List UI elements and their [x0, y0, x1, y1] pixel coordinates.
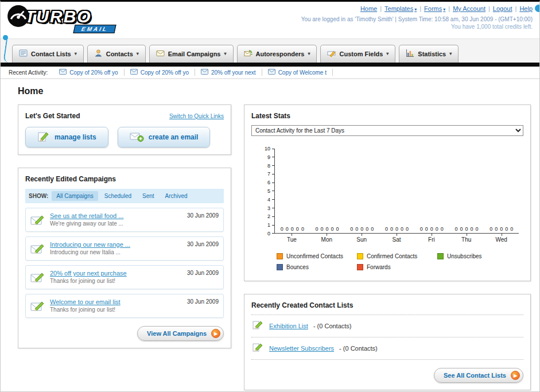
chart-value-label: 0 [360, 226, 363, 232]
corner-decoration [535, 5, 540, 12]
chart-value-label: 0 [460, 226, 463, 232]
campaign-title-link[interactable]: Introducing our new range ... [50, 241, 130, 248]
nav-tab-custom-fields[interactable]: Custom Fields ▾ [320, 45, 395, 63]
top-link-help[interactable]: Help [512, 5, 533, 12]
nav-tab-statistics[interactable]: Statistics ▾ [399, 45, 459, 63]
recent-activity-item[interactable]: Copy of 20% off yo [125, 69, 195, 76]
campaign-row[interactable]: See us at the retail food ... We're givi… [25, 208, 224, 232]
campaign-title-link[interactable]: See us at the retail food ... [50, 212, 123, 219]
switch-quick-links-link[interactable]: Switch to Quick Links [169, 113, 224, 119]
chart-value-label: 0 [425, 226, 428, 232]
campaign-row[interactable]: Introducing our new range ... Introducin… [25, 236, 224, 261]
chart-value-label: 0 [291, 226, 294, 232]
campaign-date: 30 Jun 2009 [187, 270, 219, 276]
chart-value-label: 0 [441, 226, 444, 232]
chart-value-group: 00000 [310, 226, 345, 232]
campaign-subtitle: Thanks for joining our list! [50, 306, 121, 313]
recent-activity-item[interactable]: 20% off your next [195, 69, 262, 76]
chart-value-group: 00000 [344, 226, 379, 232]
chart-value-group: 00000 [379, 226, 414, 232]
legend-swatch [357, 264, 363, 270]
speedometer-icon [6, 4, 30, 29]
tab-archived[interactable]: Archived [161, 191, 192, 201]
contact-lists-icon [19, 49, 28, 59]
nav-tab-contacts[interactable]: Contacts ▾ [87, 45, 146, 63]
chart-value-group: 00000 [414, 226, 449, 232]
arrow-right-icon: ▶ [511, 371, 520, 380]
campaign-title-link[interactable]: Welcome to our email list [50, 298, 121, 305]
chart-value-group: 00000 [275, 226, 310, 232]
recent-activity-item[interactable]: Copy of Welcome t [262, 69, 333, 76]
view-all-campaigns-button[interactable]: View All Campaigns ▶ [137, 326, 224, 341]
chart-value-label: 0 [355, 226, 358, 232]
chart-value-label: 0 [401, 226, 403, 232]
chart-value-label: 0 [336, 226, 339, 232]
recent-campaigns-title: Recently Edited Campaigns [25, 175, 224, 183]
campaign-title-link[interactable]: 20% off your next purchase [50, 270, 127, 277]
x-axis-label: Mon [309, 234, 344, 243]
header-right: HomeTemplates▾Forms▾My AccountLogoutHelp… [301, 5, 533, 30]
nav-tab-contact-lists[interactable]: Contact Lists ▾ [12, 45, 84, 63]
envelope-icon [268, 69, 275, 76]
chart-value-label: 0 [505, 226, 508, 232]
x-axis-label: Thu [449, 234, 484, 243]
chart-value-label: 0 [296, 226, 299, 232]
tab-sent[interactable]: Sent [138, 191, 159, 201]
contacts-icon [94, 49, 103, 59]
see-all-contact-lists-button[interactable]: See All Contact Lists ▶ [434, 368, 523, 383]
chart-value-group: 00000 [484, 226, 519, 232]
contact-list-row[interactable]: Newsletter Subscribers - (0 Contacts) [251, 337, 523, 360]
tab-scheduled[interactable]: Scheduled [100, 191, 136, 201]
top-link-my-account[interactable]: My Account [445, 5, 485, 12]
tab-all-campaigns[interactable]: All Campaigns [52, 191, 98, 201]
nav-tab-autoresponders[interactable]: Autoresponders ▾ [237, 45, 317, 63]
legend-label: Bounces [286, 264, 309, 270]
contact-list-row[interactable]: Exhibition List - (0 Contacts) [251, 315, 523, 337]
campaign-row[interactable]: Welcome to our email list Thanks for joi… [25, 294, 224, 318]
nav-tab-email-campaigns[interactable]: Email Campaigns ▾ [149, 45, 234, 63]
contact-list-link[interactable]: Exhibition List [269, 323, 308, 329]
logo-text: TURBO [25, 7, 92, 26]
chart-value-label: 0 [470, 226, 473, 232]
legend-label: Unconfirmed Contacts [286, 253, 343, 259]
app-window: TURBO EMAIL HomeTemplates▾Forms▾My Accou… [0, 0, 540, 392]
chart-value-label: 0 [390, 226, 393, 232]
top-link-home[interactable]: Home [360, 5, 377, 12]
chart-value-label: 0 [436, 226, 438, 232]
stats-legend: Unconfirmed ContactsConfirmed ContactsUn… [277, 253, 523, 270]
chart-y-axis: 109876543210 [259, 149, 274, 234]
contact-list-link[interactable]: Newsletter Subscribers [269, 345, 334, 352]
stats-range-select[interactable]: Contact Activity for the Last 7 Days [251, 125, 523, 136]
top-link-templates[interactable]: Templates▾ [377, 5, 417, 12]
app-logo[interactable]: TURBO EMAIL [6, 4, 92, 29]
legend-item: Forwards [357, 264, 437, 270]
chart-value-label: 0 [281, 226, 283, 232]
chart-value-label: 0 [301, 226, 304, 232]
x-axis-label: Tue [274, 234, 309, 243]
manage-lists-button[interactable]: manage lists [25, 127, 108, 148]
chart-value-label: 0 [430, 226, 433, 232]
chart-value-label: 0 [350, 226, 353, 232]
envelope-icon [201, 69, 208, 76]
legend-swatch [277, 264, 283, 270]
chevron-down-icon: ▾ [386, 51, 389, 56]
chart-value-label: 0 [500, 226, 503, 232]
x-axis-label: Wed [484, 234, 519, 243]
email-campaigns-icon [156, 49, 165, 59]
show-label: SHOW: [29, 193, 48, 199]
legend-item: Unsubscribes [437, 253, 518, 259]
top-nav-links: HomeTemplates▾Forms▾My AccountLogoutHelp [301, 5, 533, 12]
envelope-icon [59, 69, 67, 76]
top-link-forms[interactable]: Forms▾ [417, 5, 445, 12]
create-email-button[interactable]: create an email [118, 127, 211, 148]
recent-activity-item[interactable]: Copy of 20% off yo [53, 69, 124, 76]
campaign-row[interactable]: 20% off your next purchase Thanks for jo… [25, 265, 224, 289]
chart-value-label: 0 [385, 226, 388, 232]
recent-campaigns-panel: Recently Edited Campaigns SHOW: All Camp… [18, 168, 231, 348]
legend-item: Confirmed Contacts [357, 253, 437, 259]
chart-value-label: 0 [286, 226, 289, 232]
latest-stats-title: Latest Stats [251, 112, 523, 120]
campaigns-filter-tabs: SHOW: All Campaigns Scheduled Sent Archi… [25, 189, 224, 203]
recent-contact-lists-title: Recently Created Contact Lists [251, 301, 523, 315]
top-link-logout[interactable]: Logout [485, 5, 512, 12]
